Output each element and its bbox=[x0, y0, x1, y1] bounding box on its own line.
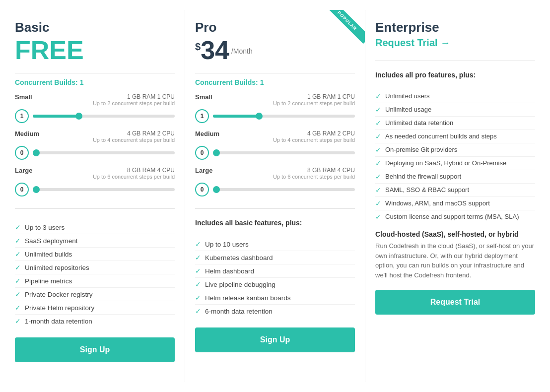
ent-check-icon-1: ✓ bbox=[375, 92, 381, 100]
basic-large-thumb[interactable] bbox=[33, 186, 40, 193]
basic-large-bubble: 0 bbox=[15, 183, 29, 196]
basic-large-label: Large bbox=[15, 167, 32, 174]
pro-divider bbox=[195, 73, 355, 73]
basic-small-label: Small bbox=[15, 93, 32, 101]
pro-medium-bubble: 0 bbox=[195, 146, 209, 160]
pro-divider2 bbox=[195, 208, 355, 209]
basic-divider2 bbox=[15, 208, 175, 209]
basic-small-thumb[interactable] bbox=[75, 113, 82, 120]
enterprise-cloud-desc: Run Codefresh in the cloud (SaaS), or se… bbox=[375, 241, 535, 280]
ent-check-icon-9: ✓ bbox=[375, 199, 381, 207]
ent-feature-4: ✓ As needed concurrent builds and steps bbox=[375, 130, 535, 143]
basic-divider bbox=[15, 73, 175, 73]
basic-large-track[interactable] bbox=[33, 188, 175, 191]
request-trial-link[interactable]: Request Trial → bbox=[375, 37, 535, 49]
basic-medium-specs: 4 GB RAM 2 CPU bbox=[93, 130, 175, 137]
enterprise-cloud-title: Cloud-hosted (SaaS), self-hosted, or hyb… bbox=[375, 230, 535, 238]
pro-large-thumb[interactable] bbox=[213, 186, 220, 193]
ent-feature-2: ✓ Unlimited usage bbox=[375, 103, 535, 117]
enterprise-features: ✓ Unlimited users ✓ Unlimited usage ✓ Un… bbox=[375, 90, 535, 223]
enterprise-plan: Enterprise Request Trial → Includes all … bbox=[365, 10, 545, 382]
pro-concurrent-builds: Concurrent Builds: 1 bbox=[195, 78, 355, 86]
pro-check-icon-6: ✓ bbox=[195, 307, 201, 315]
pro-small-slider-section: Small 1 GB RAM 1 CPU Up to 2 concurrent … bbox=[195, 93, 355, 123]
pro-medium-specs: 4 GB RAM 2 CPU bbox=[273, 130, 355, 137]
basic-plan: Basic FREE Concurrent Builds: 1 Small 1 … bbox=[5, 10, 185, 382]
pro-feature-2: ✓ Kubernetes dashboard bbox=[195, 251, 355, 264]
basic-concurrent-builds: Concurrent Builds: 1 bbox=[15, 78, 175, 86]
enterprise-trial-button[interactable]: Request Trial bbox=[375, 290, 535, 315]
basic-small-sub: Up to 2 concurrent steps per build bbox=[93, 100, 175, 106]
pro-large-label: Large bbox=[195, 167, 212, 174]
pro-plan: POPULAR Pro $ 34 /Month Concurrent Build… bbox=[185, 10, 365, 382]
pro-large-track[interactable] bbox=[213, 188, 355, 191]
basic-small-slider-section: Small 1 GB RAM 1 CPU Up to 2 concurrent … bbox=[15, 93, 175, 123]
basic-medium-track[interactable] bbox=[33, 151, 175, 154]
pro-small-thumb[interactable] bbox=[256, 113, 263, 120]
pro-feature-5: ✓ Helm release kanban boards bbox=[195, 291, 355, 305]
basic-plan-price: FREE bbox=[15, 37, 175, 63]
pro-feature-1: ✓ Up to 10 users bbox=[195, 238, 355, 251]
pro-feature-3: ✓ Helm dashboard bbox=[195, 264, 355, 278]
pro-price-number: 34 bbox=[201, 37, 229, 63]
basic-small-specs: 1 GB RAM 1 CPU bbox=[93, 93, 175, 100]
pro-medium-sub: Up to 4 concurrent steps per build bbox=[273, 137, 355, 143]
pro-check-icon-5: ✓ bbox=[195, 294, 201, 302]
pro-medium-thumb[interactable] bbox=[213, 149, 220, 156]
ent-check-icon-7: ✓ bbox=[375, 173, 381, 181]
basic-small-fill bbox=[33, 115, 79, 118]
basic-large-slider-section: Large 8 GB RAM 4 CPU Up to 6 concurrent … bbox=[15, 167, 175, 196]
pro-small-bubble: 1 bbox=[195, 109, 209, 123]
basic-feature-8: ✓ 1-month data retention bbox=[15, 315, 175, 327]
basic-feature-3: ✓ Unlimited builds bbox=[15, 248, 175, 261]
ent-check-icon-5: ✓ bbox=[375, 146, 381, 154]
basic-feature-7: ✓ Private Helm repository bbox=[15, 301, 175, 315]
popular-corner: POPULAR bbox=[325, 10, 365, 50]
basic-medium-thumb[interactable] bbox=[33, 149, 40, 156]
pricing-container: Basic FREE Concurrent Builds: 1 Small 1 … bbox=[0, 0, 550, 392]
ent-feature-5: ✓ On-premise Git providers bbox=[375, 143, 535, 157]
ent-check-icon-8: ✓ bbox=[375, 186, 381, 194]
pro-medium-slider-section: Medium 4 GB RAM 2 CPU Up to 4 concurrent… bbox=[195, 130, 355, 160]
basic-feature-6: ✓ Private Docker registry bbox=[15, 288, 175, 301]
pro-feature-6: ✓ 6-month data retention bbox=[195, 305, 355, 318]
pro-check-icon-1: ✓ bbox=[195, 240, 201, 248]
basic-feature-4: ✓ Unlimited repositories bbox=[15, 261, 175, 274]
check-icon-6: ✓ bbox=[15, 290, 21, 298]
basic-medium-sub: Up to 4 concurrent steps per build bbox=[93, 137, 175, 143]
pro-medium-track[interactable] bbox=[213, 151, 355, 154]
basic-small-track[interactable] bbox=[33, 115, 175, 118]
pro-large-slider-section: Large 8 GB RAM 4 CPU Up to 6 concurrent … bbox=[195, 167, 355, 196]
basic-signup-button[interactable]: Sign Up bbox=[15, 337, 175, 362]
pro-check-icon-2: ✓ bbox=[195, 254, 201, 261]
pro-small-sub: Up to 2 concurrent steps per build bbox=[273, 100, 355, 106]
pro-check-icon-3: ✓ bbox=[195, 267, 201, 275]
check-icon-1: ✓ bbox=[15, 223, 21, 231]
pro-small-specs: 1 GB RAM 1 CPU bbox=[273, 93, 355, 100]
check-icon-4: ✓ bbox=[15, 263, 21, 271]
ent-check-icon-6: ✓ bbox=[375, 159, 381, 167]
basic-small-bubble: 1 bbox=[15, 109, 29, 123]
pro-large-sub: Up to 6 concurrent steps per build bbox=[273, 174, 355, 180]
ent-feature-3: ✓ Unlimited data retention bbox=[375, 117, 535, 130]
check-icon-3: ✓ bbox=[15, 250, 21, 258]
check-icon-8: ✓ bbox=[15, 317, 21, 325]
ent-feature-1: ✓ Unlimited users bbox=[375, 90, 535, 103]
basic-large-sub: Up to 6 concurrent steps per build bbox=[93, 174, 175, 180]
pro-large-bubble: 0 bbox=[195, 183, 209, 196]
basic-feature-5: ✓ Pipeline metrics bbox=[15, 274, 175, 288]
check-icon-7: ✓ bbox=[15, 304, 21, 312]
enterprise-includes-label: Includes all pro features, plus: bbox=[375, 71, 535, 79]
enterprise-divider bbox=[375, 61, 535, 61]
basic-feature-2: ✓ SaaS deployment bbox=[15, 234, 175, 248]
pro-signup-button[interactable]: Sign Up bbox=[195, 327, 355, 352]
pro-small-fill bbox=[213, 115, 260, 118]
basic-medium-bubble: 0 bbox=[15, 146, 29, 160]
basic-large-specs: 8 GB RAM 4 CPU bbox=[93, 167, 175, 174]
ent-check-icon-3: ✓ bbox=[375, 119, 381, 127]
pro-feature-4: ✓ Live pipeline debugging bbox=[195, 278, 355, 291]
pro-small-track[interactable] bbox=[213, 115, 355, 118]
ent-feature-7: ✓ Behind the firewall support bbox=[375, 170, 535, 184]
pro-includes-label: Includes all basic features, plus: bbox=[195, 219, 355, 227]
ent-check-icon-4: ✓ bbox=[375, 132, 381, 140]
